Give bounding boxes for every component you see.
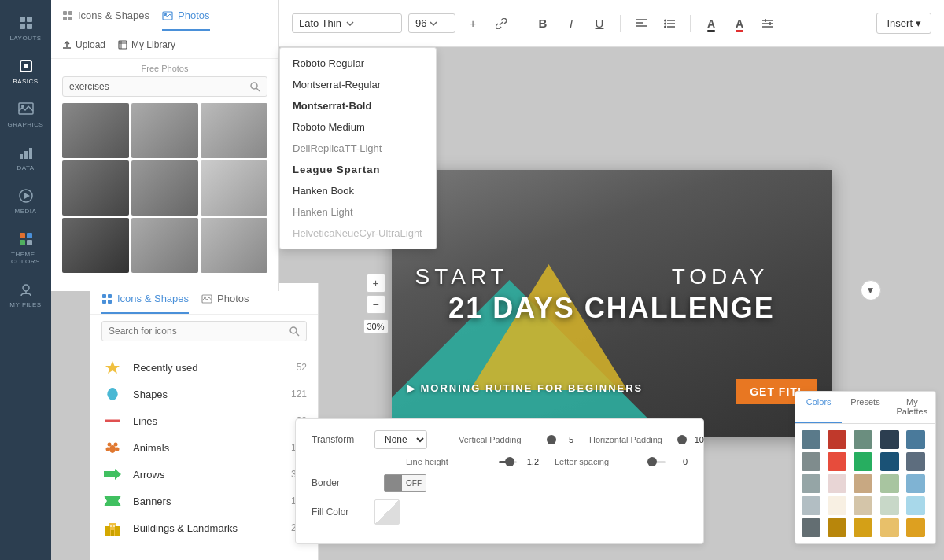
color-swatch[interactable] xyxy=(802,474,820,493)
photo-thumb[interactable] xyxy=(201,160,267,216)
color-swatch[interactable] xyxy=(854,430,872,449)
insert-btn[interactable]: Insert ▾ xyxy=(876,13,931,34)
text-color-btn[interactable]: A xyxy=(700,13,722,35)
color-swatch[interactable] xyxy=(880,518,899,537)
nav-item-graphics[interactable]: GRAPHICS xyxy=(0,93,51,136)
color-swatch[interactable] xyxy=(854,496,872,515)
zoom-out-btn[interactable]: − xyxy=(367,295,385,314)
tab-presets[interactable]: Presets xyxy=(842,392,888,423)
list-item[interactable]: Recently used 52 xyxy=(90,354,318,381)
color-swatch[interactable] xyxy=(880,452,899,471)
border-off-label: OFF xyxy=(402,475,426,491)
photo-thumb[interactable] xyxy=(62,103,129,158)
color-swatch[interactable] xyxy=(828,474,846,493)
italic-btn[interactable]: I xyxy=(560,13,582,35)
font-size-selector[interactable]: 96 xyxy=(408,13,455,33)
icon-search-box[interactable] xyxy=(101,321,307,341)
color-swatch[interactable] xyxy=(802,452,820,471)
text-settings-btn[interactable] xyxy=(757,13,779,35)
photo-thumb[interactable] xyxy=(62,160,129,216)
photo-thumb[interactable] xyxy=(131,160,198,216)
font-option[interactable]: Roboto Medium xyxy=(280,116,436,138)
my-library-btn[interactable]: My Library xyxy=(118,39,175,50)
color-swatch[interactable] xyxy=(828,430,846,449)
list-btn[interactable] xyxy=(658,13,680,35)
color-swatch[interactable] xyxy=(906,430,925,449)
highlight-btn[interactable]: A xyxy=(728,13,750,35)
color-swatch[interactable] xyxy=(880,430,899,449)
plus-btn[interactable]: + xyxy=(462,13,484,35)
font-option[interactable]: Hanken Book xyxy=(280,180,436,201)
photo-search-input[interactable] xyxy=(69,81,249,92)
transform-select[interactable]: None xyxy=(374,430,427,449)
list-item[interactable]: Animals 146 xyxy=(90,434,318,461)
color-swatch[interactable] xyxy=(906,496,925,515)
align-left-btn[interactable] xyxy=(630,13,652,35)
scroll-down-btn[interactable]: ▼ xyxy=(861,280,881,300)
color-swatch[interactable] xyxy=(854,452,872,471)
color-swatch[interactable] xyxy=(854,518,872,537)
tab-my-palettes[interactable]: My Palettes xyxy=(889,392,935,423)
color-swatch[interactable] xyxy=(880,496,899,515)
list-item[interactable]: Shapes 121 xyxy=(90,381,318,407)
photo-search-box[interactable] xyxy=(62,76,267,97)
nav-item-layouts[interactable]: LAYOUTS xyxy=(0,6,51,50)
photo-thumb[interactable] xyxy=(131,218,198,273)
color-swatch[interactable] xyxy=(802,518,820,537)
underline-btn[interactable]: U xyxy=(588,13,610,35)
font-option[interactable]: Hanken Light xyxy=(280,201,436,223)
fill-color-swatch[interactable] xyxy=(374,499,400,525)
font-selector[interactable]: Lato Thin xyxy=(292,13,402,33)
font-option[interactable]: Montserrat-Bold xyxy=(280,95,436,116)
svg-rect-35 xyxy=(102,300,106,304)
tab-icons-shapes[interactable]: Icons & Shapes xyxy=(62,9,149,31)
svg-rect-28 xyxy=(119,41,127,49)
color-swatch[interactable] xyxy=(906,474,925,493)
color-swatch[interactable] xyxy=(802,496,820,515)
upload-btn[interactable]: Upload xyxy=(62,39,105,50)
nav-label-graphics: GRAPHICS xyxy=(8,121,44,128)
letter-spacing-slider[interactable] xyxy=(647,461,666,463)
nav-item-data[interactable]: DATA xyxy=(0,136,51,179)
color-swatch[interactable] xyxy=(906,518,925,537)
zoom-in-btn[interactable]: + xyxy=(367,274,385,293)
font-option[interactable]: League Spartan xyxy=(280,159,436,180)
color-swatch[interactable] xyxy=(828,518,846,537)
photo-thumb[interactable] xyxy=(62,218,129,273)
vertical-padding-value: 5 xyxy=(558,435,573,444)
color-swatch[interactable] xyxy=(854,474,872,493)
photo-thumb[interactable] xyxy=(201,103,267,158)
tab-photos-2[interactable]: Photos xyxy=(201,293,249,314)
design-canvas[interactable]: START TODAY 21 DAYS CHALLENGE ▶ MORNING … xyxy=(392,170,832,437)
list-item[interactable]: Banners 102 xyxy=(90,488,318,514)
line-height-slider[interactable] xyxy=(499,461,517,463)
tab-colors[interactable]: Colors xyxy=(795,392,842,423)
color-swatch[interactable] xyxy=(802,430,820,449)
icon-search-input[interactable] xyxy=(109,326,289,337)
nav-item-my-files[interactable]: MY FILES xyxy=(0,273,51,316)
color-swatch[interactable] xyxy=(828,496,846,515)
tab-icons-shapes-2[interactable]: Icons & Shapes xyxy=(101,293,189,314)
color-swatch[interactable] xyxy=(906,452,925,471)
photo-thumb[interactable] xyxy=(201,218,267,273)
nav-item-basics[interactable]: BASICS xyxy=(0,50,51,93)
font-option[interactable]: Montserrat-Regular xyxy=(280,74,436,95)
nav-item-theme-colors[interactable]: THEMECOLORS xyxy=(0,223,51,273)
list-item[interactable]: Buildings & Landmarks 244 xyxy=(90,514,318,541)
font-option[interactable]: Roboto Regular xyxy=(280,53,436,74)
nav-item-media[interactable]: MEDIA xyxy=(0,179,51,223)
border-toggle[interactable]: OFF xyxy=(384,474,426,492)
bold-btn[interactable]: B xyxy=(532,13,554,35)
line-height-row: Line height 1.2 Letter spacing 0 xyxy=(406,457,688,466)
list-item[interactable]: Lines 38 xyxy=(90,407,318,434)
link-btn[interactable] xyxy=(490,13,512,35)
font-option[interactable]: DellReplicaTT-Light xyxy=(280,138,436,159)
color-swatch[interactable] xyxy=(828,452,846,471)
photo-thumb[interactable] xyxy=(131,103,198,158)
color-swatch[interactable] xyxy=(880,474,899,493)
list-item-label: Animals xyxy=(133,442,169,454)
main-area: Icons & Shapes Photos Upload xyxy=(51,0,944,560)
font-option[interactable]: HelveticaNeueCyr-UltraLight xyxy=(280,223,436,244)
list-item[interactable]: Arrows 335 xyxy=(90,461,318,488)
tab-photos[interactable]: Photos xyxy=(162,9,209,31)
